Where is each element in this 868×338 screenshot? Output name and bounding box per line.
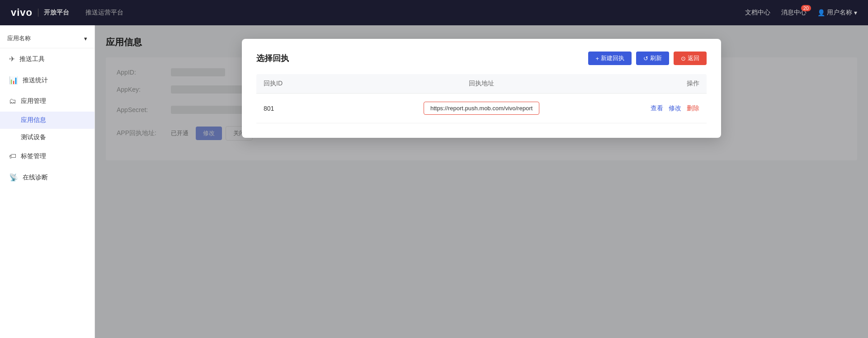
user-menu[interactable]: 👤 用户名称 ▾ xyxy=(817,9,857,17)
new-callback-button[interactable]: + 新建回执 xyxy=(588,52,632,65)
message-center[interactable]: 消息中心 20 xyxy=(781,9,807,17)
modal-overlay: 选择回执 + 新建回执 ↺ 刷新 ⊙ 返回 xyxy=(95,25,868,338)
modal-title: 选择回执 xyxy=(256,53,289,64)
return-button[interactable]: ⊙ 返回 xyxy=(674,52,707,65)
sidebar-item-label: 标签管理 xyxy=(21,152,46,160)
col-ops: 操作 xyxy=(609,80,699,88)
brand-logo: vivo 开放平台 xyxy=(11,7,69,19)
vivo-brand: vivo xyxy=(11,7,33,19)
sidebar-item-label: 推送工具 xyxy=(19,55,45,63)
app-selector-name: 应用名称 xyxy=(7,34,31,42)
table-header: 回执ID 回执地址 操作 xyxy=(256,74,707,94)
new-callback-label: 新建回执 xyxy=(601,54,624,62)
sidebar: 应用名称 ▾ ✈ 推送工具 📊 推送统计 🗂 应用管理 应用信息 测试设备 🏷 … xyxy=(0,25,95,338)
return-label: 返回 xyxy=(688,54,699,62)
sidebar-item-app-mgmt[interactable]: 🗂 应用管理 xyxy=(0,91,94,112)
refresh-icon: ↺ xyxy=(643,55,648,62)
row-id: 801 xyxy=(264,105,354,112)
doc-center-link[interactable]: 文档中心 xyxy=(745,9,770,17)
url-cell: https://report.push.mob.com/vivo/report xyxy=(354,102,609,115)
sidebar-sub-item-app-info[interactable]: 应用信息 xyxy=(0,112,94,129)
page-layout: 应用名称 ▾ ✈ 推送工具 📊 推送统计 🗂 应用管理 应用信息 测试设备 🏷 … xyxy=(0,25,868,338)
sidebar-item-label: 在线诊断 xyxy=(23,174,48,182)
modal-body: 回执ID 回执地址 操作 801 https://report.push.mob… xyxy=(242,74,721,138)
ops-cell: 查看 修改 删除 xyxy=(609,104,699,113)
user-name: 用户名称 xyxy=(827,9,852,17)
push-stats-icon: 📊 xyxy=(9,76,18,84)
sidebar-item-tag-mgmt[interactable]: 🏷 标签管理 xyxy=(0,146,94,167)
sidebar-item-label: 推送统计 xyxy=(23,76,48,84)
modal-header: 选择回执 + 新建回执 ↺ 刷新 ⊙ 返回 xyxy=(242,39,721,74)
tag-mgmt-icon: 🏷 xyxy=(9,152,16,160)
refresh-button[interactable]: ↺ 刷新 xyxy=(636,52,669,65)
col-url: 回执地址 xyxy=(354,80,609,88)
message-badge: 20 xyxy=(801,5,811,11)
return-icon: ⊙ xyxy=(681,55,686,62)
view-link[interactable]: 查看 xyxy=(651,104,663,113)
sidebar-item-label: 应用管理 xyxy=(21,97,46,105)
sidebar-sub-item-test-device[interactable]: 测试设备 xyxy=(0,129,94,146)
topnav-right: 文档中心 消息中心 20 👤 用户名称 ▾ xyxy=(745,9,857,17)
sidebar-item-push-tools[interactable]: ✈ 推送工具 xyxy=(0,48,94,70)
online-diag-icon: 📡 xyxy=(9,173,18,182)
sidebar-item-push-stats[interactable]: 📊 推送统计 xyxy=(0,70,94,91)
modal-dialog: 选择回执 + 新建回执 ↺ 刷新 ⊙ 返回 xyxy=(242,39,721,138)
delete-link[interactable]: 删除 xyxy=(687,104,699,113)
refresh-label: 刷新 xyxy=(650,54,662,62)
sidebar-item-online-diag[interactable]: 📡 在线诊断 xyxy=(0,167,94,188)
plus-icon: + xyxy=(595,55,599,62)
col-id: 回执ID xyxy=(264,80,354,88)
modal-actions: + 新建回执 ↺ 刷新 ⊙ 返回 xyxy=(588,52,707,65)
edit-link[interactable]: 修改 xyxy=(669,104,681,113)
user-icon: 👤 xyxy=(817,9,825,16)
app-selector[interactable]: 应用名称 ▾ xyxy=(0,29,94,48)
main-content: 应用信息 AppID: AppKey: AppSecret: 重置 恢复 APP… xyxy=(95,25,868,338)
app-mgmt-icon: 🗂 xyxy=(9,97,16,105)
table-row: 801 https://report.push.mob.com/vivo/rep… xyxy=(256,94,707,123)
subtitle: 推送运营平台 xyxy=(85,9,123,17)
url-value: https://report.push.mob.com/vivo/report xyxy=(424,102,539,115)
dropdown-icon: ▾ xyxy=(854,9,857,16)
chevron-down-icon: ▾ xyxy=(84,35,87,42)
platform-name: 开放平台 xyxy=(38,9,69,17)
top-navigation: vivo 开放平台 推送运营平台 文档中心 消息中心 20 👤 用户名称 ▾ xyxy=(0,0,868,25)
push-tools-icon: ✈ xyxy=(9,55,15,63)
